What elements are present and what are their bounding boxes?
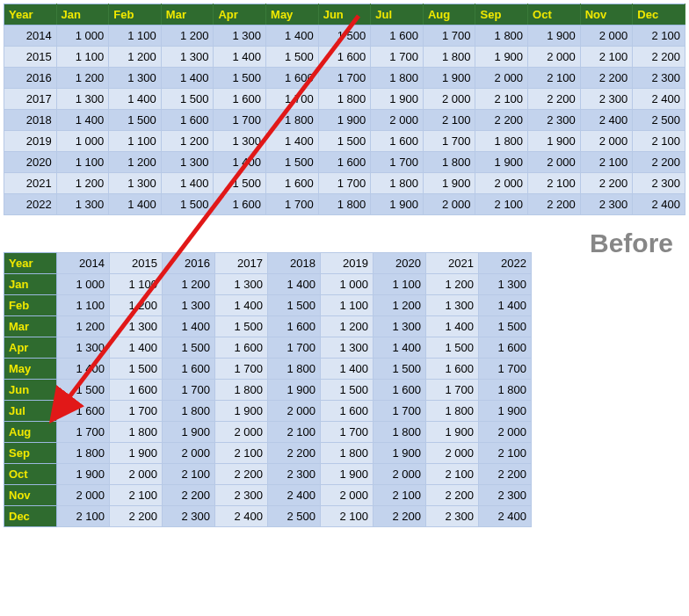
data-cell: 1 700 [266, 89, 319, 110]
after-table: Year 2014 2015 2016 2017 2018 2019 2020 … [4, 252, 532, 527]
data-cell: 2 000 [163, 443, 215, 464]
data-cell: 1 300 [426, 295, 479, 316]
table-row: Oct1 9002 0002 1002 2002 3001 9002 0002 … [4, 464, 532, 485]
table-row: Feb1 1001 2001 3001 4001 5001 1001 2001 … [4, 295, 532, 316]
data-cell: 1 100 [110, 274, 163, 295]
data-cell: 1 400 [215, 295, 268, 316]
table-row: Aug1 7001 8001 9002 0002 1001 7001 8001 … [4, 422, 532, 443]
before-header-row: Year Jan Feb Mar Apr May Jun Jul Aug Sep… [4, 4, 685, 25]
data-cell: 1 800 [475, 25, 528, 47]
data-cell: 2 300 [163, 506, 215, 527]
data-cell: 1 700 [423, 25, 475, 47]
data-cell: 1 700 [371, 47, 424, 68]
data-cell: 2 000 [528, 152, 581, 173]
data-cell: 1 400 [266, 25, 319, 47]
data-cell: 1 000 [56, 131, 109, 152]
data-cell: 2 500 [633, 110, 685, 131]
data-cell: 1 300 [109, 173, 162, 194]
data-cell: 1 800 [423, 47, 475, 68]
data-cell: 1 600 [321, 401, 374, 422]
data-cell: 1 900 [371, 194, 424, 215]
data-cell: 1 700 [266, 194, 319, 215]
data-cell: 1 800 [479, 380, 532, 401]
data-cell: 1 300 [109, 68, 162, 89]
table-row: Apr1 3001 4001 5001 6001 7001 3001 4001 … [4, 337, 532, 359]
col-2018: 2018 [268, 253, 321, 274]
data-cell: 1 400 [56, 110, 109, 131]
corner-year: Year [4, 253, 57, 274]
data-cell: 2 100 [374, 485, 426, 506]
data-cell: 2 300 [633, 173, 685, 194]
col-2014: 2014 [57, 253, 110, 274]
data-cell: 1 000 [56, 25, 109, 47]
data-cell: 1 800 [266, 110, 319, 131]
data-cell: 1 600 [110, 380, 163, 401]
data-cell: 2 000 [268, 401, 321, 422]
data-cell: 2 200 [163, 485, 215, 506]
data-cell: 1 300 [57, 337, 110, 359]
data-cell: 1 300 [56, 89, 109, 110]
data-cell: 2 100 [528, 173, 581, 194]
data-cell: 2 000 [110, 464, 163, 485]
month-header: Sep [4, 443, 57, 464]
data-cell: 1 900 [475, 152, 528, 173]
data-cell: 1 600 [371, 25, 424, 47]
data-cell: 1 600 [57, 401, 110, 422]
month-header: Dec [4, 506, 57, 527]
data-cell: 1 900 [321, 464, 374, 485]
data-cell: 1 400 [161, 173, 214, 194]
data-cell: 1 600 [266, 68, 319, 89]
data-cell: 2 000 [475, 173, 528, 194]
data-cell: 1 900 [479, 401, 532, 422]
data-cell: 2 100 [268, 422, 321, 443]
data-cell: 2 000 [528, 47, 581, 68]
data-cell: 1 600 [268, 316, 321, 337]
data-cell: 1 500 [266, 152, 319, 173]
data-cell: 1 800 [475, 131, 528, 152]
col-apr: Apr [214, 4, 266, 25]
table-row: Sep1 8001 9002 0002 1002 2001 8001 9002 … [4, 443, 532, 464]
data-cell: 1 600 [161, 110, 214, 131]
data-cell: 2 200 [475, 110, 528, 131]
data-cell: 1 800 [57, 443, 110, 464]
data-cell: 2 100 [163, 464, 215, 485]
data-cell: 1 200 [374, 295, 426, 316]
data-cell: 1 200 [56, 173, 109, 194]
year-cell: 2019 [4, 131, 57, 152]
data-cell: 1 400 [214, 152, 266, 173]
table-row: Mar1 2001 3001 4001 5001 6001 2001 3001 … [4, 316, 532, 337]
data-cell: 1 700 [215, 359, 268, 380]
data-cell: 2 200 [528, 194, 581, 215]
data-cell: 2 300 [479, 485, 532, 506]
data-cell: 1 800 [371, 68, 424, 89]
data-cell: 1 700 [426, 380, 479, 401]
data-cell: 1 600 [426, 359, 479, 380]
data-cell: 1 500 [318, 25, 371, 47]
data-cell: 2 200 [528, 89, 581, 110]
data-cell: 1 500 [110, 359, 163, 380]
table-row: Dec2 1002 2002 3002 4002 5002 1002 2002 … [4, 506, 532, 527]
data-cell: 1 700 [163, 380, 215, 401]
data-cell: 1 900 [528, 25, 581, 47]
data-cell: 1 900 [215, 401, 268, 422]
data-cell: 1 300 [374, 316, 426, 337]
data-cell: 1 100 [109, 131, 162, 152]
data-cell: 1 000 [57, 274, 110, 295]
data-cell: 2 400 [633, 89, 685, 110]
data-cell: 1 100 [56, 152, 109, 173]
data-cell: 1 900 [318, 110, 371, 131]
data-cell: 2 000 [475, 68, 528, 89]
col-feb: Feb [109, 4, 162, 25]
data-cell: 1 200 [161, 131, 214, 152]
table-row: Jul1 6001 7001 8001 9002 0001 6001 7001 … [4, 401, 532, 422]
data-cell: 2 400 [633, 194, 685, 215]
col-2019: 2019 [321, 253, 374, 274]
data-cell: 1 700 [214, 110, 266, 131]
data-cell: 2 200 [426, 485, 479, 506]
data-cell: 2 100 [633, 25, 685, 47]
month-header: Jan [4, 274, 57, 295]
data-cell: 1 400 [214, 47, 266, 68]
data-cell: 1 500 [161, 194, 214, 215]
data-cell: 1 300 [161, 47, 214, 68]
data-cell: 1 600 [479, 337, 532, 359]
